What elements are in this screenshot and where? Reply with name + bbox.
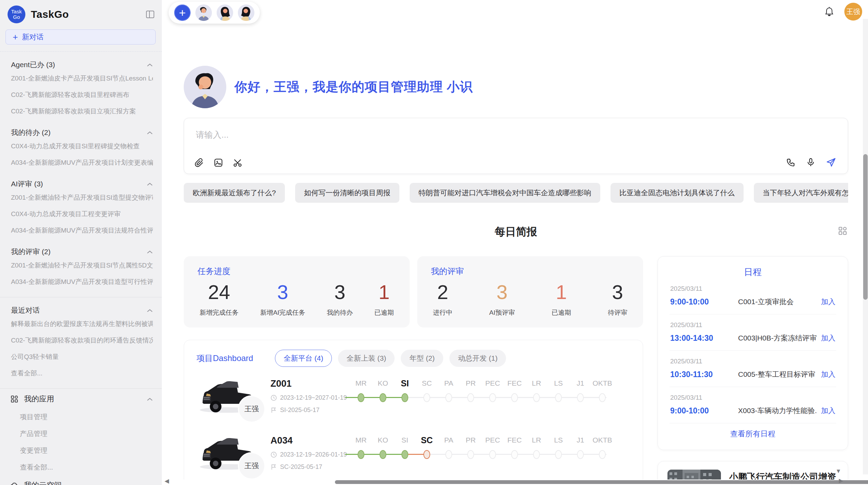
stat-ai-prereview: 3 AI预评审: [489, 280, 515, 317]
section-agent-done[interactable]: Agent已办 (3): [11, 60, 153, 70]
horizontal-scrollbar-thumb[interactable]: [335, 480, 868, 484]
project-row[interactable]: 王强 Z001 2023-12-: [196, 377, 630, 424]
recent-chat-item[interactable]: C02-飞腾新能源轻客改款项目的闭环通告反馈情况: [11, 332, 153, 349]
avatar[interactable]: [217, 4, 233, 21]
sidebar-item[interactable]: C02-飞腾新能源轻客改款项目立项汇报方案: [11, 103, 153, 120]
sidebar-item[interactable]: Z001-全新燃油皮卡产品开发项目SI节点Lesson Learn报告: [11, 70, 153, 87]
sidebar-collapse-icon[interactable]: [145, 10, 155, 19]
topbar-right: 王强: [824, 3, 862, 21]
scroll-down-arrow[interactable]: ▼: [835, 468, 841, 474]
vertical-scrollbar-thumb[interactable]: [863, 154, 868, 300]
recent-chat-item[interactable]: 解释最新出台的欧盟报废车法规再生塑料比例被调至15%...: [11, 316, 153, 332]
chevron-up-icon[interactable]: [147, 61, 153, 69]
horizontal-scrollbar-track[interactable]: [162, 480, 863, 485]
milestone: J1: [569, 435, 591, 459]
input-tools-right: [786, 157, 836, 167]
join-button[interactable]: 加入: [821, 406, 835, 415]
sidebar-item-change-mgmt[interactable]: 变更管理: [20, 442, 162, 459]
chevron-up-icon[interactable]: [147, 128, 153, 137]
join-button[interactable]: 加入: [821, 333, 835, 343]
milestone: KO: [372, 435, 394, 459]
avatar[interactable]: [195, 4, 212, 21]
recent-chat-item[interactable]: 公司Q3轻卡销量: [11, 349, 153, 365]
scroll-left-arrow[interactable]: ◀: [165, 478, 169, 484]
image-upload-icon[interactable]: [214, 158, 223, 167]
tab-model-year[interactable]: 年型 (2): [401, 350, 443, 367]
chevron-up-icon[interactable]: [147, 248, 153, 256]
input-tools-left: [194, 158, 242, 167]
sidebar-item[interactable]: C0X4-动力总成开发项目工程变更评审: [11, 206, 153, 222]
suggestion-chips: 欧洲新规最近颁布了什么? 如何写一份清晰的项目周报 特朗普可能对进口汽车增税会对…: [184, 183, 848, 203]
view-all-schedule-link[interactable]: 查看所有日程: [670, 429, 836, 439]
app-title: TaskGo: [31, 9, 69, 20]
milestone-dot: [467, 450, 474, 459]
apps-view-all[interactable]: 查看全部...: [20, 459, 162, 476]
milestone-dot: [533, 450, 540, 459]
suggestion-chip[interactable]: 比亚迪全固态电池计划具体说了什么: [611, 183, 744, 203]
project-owner-badge: 王强: [239, 453, 264, 478]
chat-input-box[interactable]: 请输入...: [184, 118, 848, 174]
project-flag: SI-2025-05-17: [280, 407, 320, 414]
recent-view-all[interactable]: 查看全部...: [11, 365, 153, 382]
milestone: LS: [547, 378, 569, 402]
layout-grid-icon[interactable]: [838, 226, 847, 237]
sidebar-item[interactable]: Z001-全新燃油轻卡产品开发项目SI造型提交物评审: [11, 189, 153, 206]
sidebar-item[interactable]: C02-飞腾新能源轻客改款项目里程碑画布: [11, 87, 153, 103]
sidebar-item[interactable]: A034-全新新能源MUV产品开发项目法规符合性评审: [11, 222, 153, 239]
sidebar-item[interactable]: Z001-全新燃油轻卡产品开发项目SI节点属性5D文件评审: [11, 257, 153, 274]
tab-new-body[interactable]: 全新上装 (3): [338, 350, 395, 367]
assistant-avatar: [184, 66, 226, 108]
milestone-dot: [401, 393, 408, 402]
tab-powertrain[interactable]: 动总开发 (1): [449, 350, 506, 367]
milestone: MR: [350, 378, 372, 402]
sidebar-item-my-apps[interactable]: 我的应用: [10, 389, 153, 409]
section-my-todo[interactable]: 我的待办 (2): [11, 128, 153, 137]
sidebar-item[interactable]: A034-全新新能源MUV产品开发项目造型可行性评审: [11, 274, 153, 290]
sidebar: Task Go TaskGo + 新对话 Agent已办 (3) Z001-全新…: [0, 0, 162, 485]
new-conversation-button[interactable]: +: [174, 4, 191, 21]
suggestion-chip[interactable]: 当下年轻人对汽车外观有怎样的喜好趋势: [754, 183, 848, 203]
chevron-up-icon[interactable]: [147, 180, 153, 188]
sidebar-item-product-mgmt[interactable]: 产品管理: [20, 425, 162, 442]
sidebar-item[interactable]: A034-全新新能源MUV产品开发项目计划变更表编写: [11, 154, 153, 171]
project-row[interactable]: 王强 A034 2023-12-: [196, 434, 630, 481]
section-my-review[interactable]: 我的评审 (2): [11, 247, 153, 257]
section-title: 最近对话: [11, 306, 40, 315]
milestone-dot: [533, 393, 540, 402]
milestone-dot: [511, 450, 518, 459]
user-avatar[interactable]: 王强: [844, 3, 862, 21]
project-media: 王强: [196, 434, 265, 481]
sidebar-item-project-mgmt[interactable]: 项目管理: [20, 409, 162, 425]
phone-call-icon[interactable]: [786, 158, 796, 167]
join-button[interactable]: 加入: [821, 370, 835, 379]
stat-overdue: 1 已逾期: [374, 280, 394, 317]
avatar[interactable]: [238, 4, 254, 21]
join-button[interactable]: 加入: [821, 297, 835, 307]
notification-bell-icon[interactable]: [824, 7, 834, 17]
milestone-dot: [401, 450, 408, 459]
chevron-up-icon[interactable]: [147, 395, 153, 403]
project-dashboard-title: 项目Dashboard: [196, 353, 253, 364]
section-ai-review[interactable]: AI评审 (3): [11, 179, 153, 189]
microphone-icon[interactable]: [806, 158, 816, 167]
project-info: Z001 2023-12-19~2027-01-19: [265, 377, 350, 414]
send-icon[interactable]: [826, 157, 836, 167]
suggestion-chip[interactable]: 如何写一份清晰的项目周报: [295, 183, 399, 203]
schedule-event-title: C003|H0B-方案冻结评审: [738, 333, 817, 343]
sidebar-item[interactable]: C0X4-动力总成开发项目SI里程碑提交物检查: [11, 138, 153, 154]
project-info: A034 2023-12-19~2026-01-19: [265, 434, 350, 471]
suggestion-chip[interactable]: 特朗普可能对进口汽车增税会对中国车企造成哪些影响: [410, 183, 600, 203]
tab-new-platform[interactable]: 全新平台 (4): [275, 350, 332, 367]
milestone: J1: [569, 378, 591, 402]
suggestion-chip[interactable]: 欧洲新规最近颁布了什么?: [184, 183, 285, 203]
attachment-icon[interactable]: [194, 158, 204, 167]
logo-line1: Task: [11, 9, 22, 14]
sidebar-item-cloud-space[interactable]: 我的云空间: [10, 476, 153, 485]
section-recent-chats[interactable]: 最近对话: [11, 306, 153, 315]
scissors-icon[interactable]: [233, 158, 242, 167]
scroll-right-arrow[interactable]: ▶: [839, 478, 843, 484]
milestone-dot: [599, 393, 606, 402]
vertical-scrollbar-track[interactable]: [863, 19, 868, 474]
new-chat-button[interactable]: + 新对话: [5, 29, 156, 45]
chevron-up-icon[interactable]: [147, 306, 153, 314]
